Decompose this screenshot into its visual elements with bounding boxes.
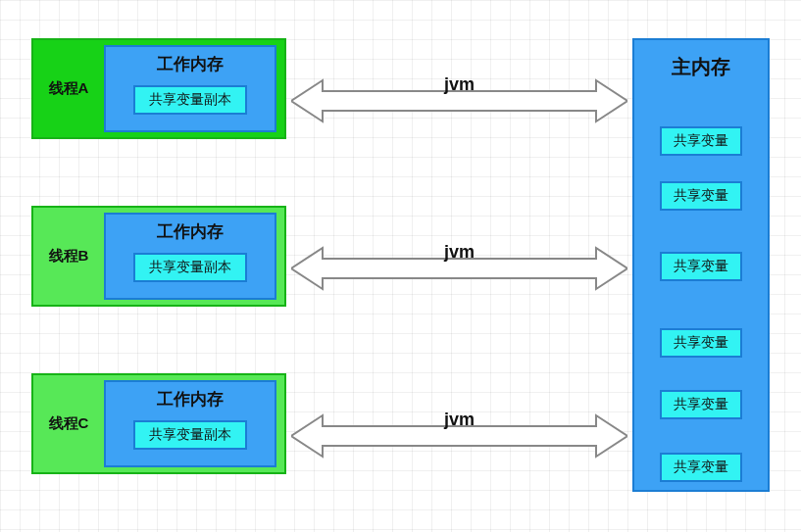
jvm-arrow-c-label: jvm (291, 410, 627, 430)
thread-a-workmem-title: 工作内存 (157, 53, 224, 75)
thread-a-label: 线程A (33, 79, 104, 98)
main-memory-box: 主内存 共享变量 共享变量 共享变量 共享变量 共享变量 共享变量 (632, 38, 770, 492)
jvm-arrow-a: jvm (291, 76, 627, 125)
jvm-arrow-a-label: jvm (291, 74, 627, 95)
thread-b-copy-var: 共享变量副本 (133, 253, 247, 282)
shared-var-1: 共享变量 (660, 181, 742, 211)
thread-box-a: 线程A 工作内存 共享变量副本 (31, 38, 286, 139)
shared-var-5: 共享变量 (660, 453, 742, 482)
thread-b-label: 线程B (33, 247, 104, 266)
thread-c-workmem: 工作内存 共享变量副本 (104, 380, 276, 467)
shared-var-4: 共享变量 (660, 390, 742, 419)
thread-box-c: 线程C 工作内存 共享变量副本 (31, 373, 286, 474)
jvm-arrow-b-label: jvm (291, 242, 627, 263)
jvm-arrow-b: jvm (291, 244, 627, 293)
shared-var-3: 共享变量 (660, 328, 742, 358)
shared-var-0: 共享变量 (660, 126, 742, 156)
thread-a-copy-var: 共享变量副本 (133, 85, 247, 115)
thread-b-workmem-title: 工作内存 (157, 220, 224, 243)
thread-c-copy-var: 共享变量副本 (133, 420, 247, 450)
thread-a-workmem: 工作内存 共享变量副本 (104, 45, 276, 132)
jvm-arrow-c: jvm (291, 411, 627, 460)
thread-box-b: 线程B 工作内存 共享变量副本 (31, 206, 286, 307)
thread-c-label: 线程C (33, 414, 104, 433)
main-memory-title: 主内存 (672, 54, 730, 80)
thread-c-workmem-title: 工作内存 (157, 388, 224, 411)
thread-b-workmem: 工作内存 共享变量副本 (104, 213, 276, 300)
shared-var-2: 共享变量 (660, 252, 742, 281)
